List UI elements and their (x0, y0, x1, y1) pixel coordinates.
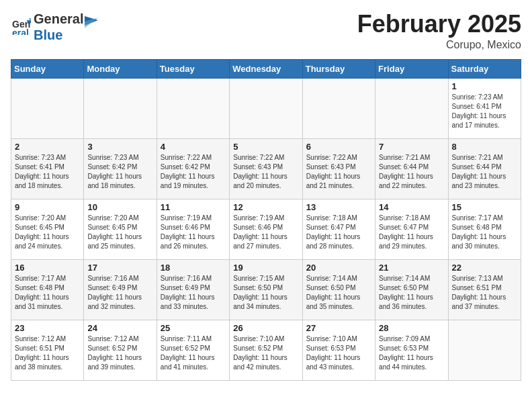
day-number: 19 (233, 263, 298, 273)
logo-flag-icon (83, 15, 98, 36)
day-number: 24 (87, 323, 152, 333)
weekday-header-thursday: Thursday (302, 59, 375, 78)
calendar-day-7: 7Sunrise: 7:21 AMSunset: 6:44 PMDaylight… (375, 138, 448, 199)
day-info: Sunrise: 7:10 AMSunset: 6:53 PMDaylight:… (306, 334, 371, 372)
title-block: February 2025 Corupo, Mexico (357, 11, 521, 51)
logo: Gen eral General Blue (11, 11, 98, 43)
calendar-day-4: 4Sunrise: 7:22 AMSunset: 6:42 PMDaylight… (157, 138, 229, 199)
calendar-week-row: 2Sunrise: 7:23 AMSunset: 6:41 PMDaylight… (11, 138, 521, 199)
calendar-day-20: 20Sunrise: 7:14 AMSunset: 6:50 PMDayligh… (302, 259, 375, 320)
day-info: Sunrise: 7:19 AMSunset: 6:46 PMDaylight:… (233, 214, 298, 251)
day-number: 27 (306, 323, 371, 333)
day-number: 16 (15, 263, 80, 273)
day-info: Sunrise: 7:23 AMSunset: 6:41 PMDaylight:… (452, 93, 517, 130)
logo-general: General (34, 11, 83, 27)
day-info: Sunrise: 7:18 AMSunset: 6:47 PMDaylight:… (306, 214, 371, 251)
day-number: 14 (379, 202, 444, 212)
calendar-table: SundayMondayTuesdayWednesdayThursdayFrid… (11, 59, 521, 381)
calendar-week-row: 1Sunrise: 7:23 AMSunset: 6:41 PMDaylight… (11, 78, 521, 138)
day-info: Sunrise: 7:21 AMSunset: 6:44 PMDaylight:… (452, 153, 517, 191)
day-info: Sunrise: 7:13 AMSunset: 6:51 PMDaylight:… (452, 274, 517, 312)
calendar-day-13: 13Sunrise: 7:18 AMSunset: 6:47 PMDayligh… (302, 199, 375, 259)
calendar-day-24: 24Sunrise: 7:12 AMSunset: 6:52 PMDayligh… (84, 320, 157, 380)
day-info: Sunrise: 7:20 AMSunset: 6:45 PMDaylight:… (15, 214, 80, 251)
day-number: 3 (87, 142, 152, 152)
day-number: 9 (15, 202, 80, 212)
day-info: Sunrise: 7:12 AMSunset: 6:52 PMDaylight:… (87, 334, 152, 372)
day-number: 1 (452, 81, 517, 91)
calendar-day-26: 26Sunrise: 7:10 AMSunset: 6:52 PMDayligh… (230, 320, 302, 380)
day-number: 17 (87, 263, 152, 273)
weekday-header-friday: Friday (375, 59, 448, 78)
day-number: 7 (379, 142, 444, 152)
day-number: 13 (306, 202, 371, 212)
day-number: 21 (379, 263, 444, 273)
calendar-day-2: 2Sunrise: 7:23 AMSunset: 6:41 PMDaylight… (11, 138, 84, 199)
day-number: 22 (452, 263, 517, 273)
weekday-header-saturday: Saturday (448, 59, 521, 78)
day-number: 26 (233, 323, 298, 333)
day-info: Sunrise: 7:20 AMSunset: 6:45 PMDaylight:… (87, 214, 152, 251)
day-info: Sunrise: 7:17 AMSunset: 6:48 PMDaylight:… (15, 274, 80, 312)
day-info: Sunrise: 7:22 AMSunset: 6:42 PMDaylight:… (161, 153, 226, 191)
day-info: Sunrise: 7:23 AMSunset: 6:42 PMDaylight:… (87, 153, 152, 191)
calendar-day-22: 22Sunrise: 7:13 AMSunset: 6:51 PMDayligh… (448, 259, 521, 320)
day-info: Sunrise: 7:23 AMSunset: 6:41 PMDaylight:… (15, 153, 80, 191)
day-info: Sunrise: 7:11 AMSunset: 6:52 PMDaylight:… (161, 334, 226, 372)
day-number: 28 (379, 323, 444, 333)
day-info: Sunrise: 7:09 AMSunset: 6:53 PMDaylight:… (379, 334, 444, 372)
calendar-day-12: 12Sunrise: 7:19 AMSunset: 6:46 PMDayligh… (230, 199, 302, 259)
calendar-empty-cell (302, 78, 375, 138)
calendar-week-row: 9Sunrise: 7:20 AMSunset: 6:45 PMDaylight… (11, 199, 521, 259)
day-info: Sunrise: 7:19 AMSunset: 6:46 PMDaylight:… (161, 214, 226, 251)
day-number: 8 (452, 142, 517, 152)
calendar-day-28: 28Sunrise: 7:09 AMSunset: 6:53 PMDayligh… (375, 320, 448, 380)
calendar-day-19: 19Sunrise: 7:15 AMSunset: 6:50 PMDayligh… (230, 259, 302, 320)
calendar-week-row: 23Sunrise: 7:12 AMSunset: 6:51 PMDayligh… (11, 320, 521, 380)
day-number: 2 (15, 142, 80, 152)
day-info: Sunrise: 7:12 AMSunset: 6:51 PMDaylight:… (15, 334, 80, 372)
month-year-title: February 2025 (357, 11, 521, 38)
day-number: 25 (161, 323, 226, 333)
calendar-day-5: 5Sunrise: 7:22 AMSunset: 6:43 PMDaylight… (230, 138, 302, 199)
day-info: Sunrise: 7:16 AMSunset: 6:49 PMDaylight:… (87, 274, 152, 312)
day-info: Sunrise: 7:22 AMSunset: 6:43 PMDaylight:… (306, 153, 371, 191)
calendar-empty-cell (11, 78, 84, 138)
calendar-day-23: 23Sunrise: 7:12 AMSunset: 6:51 PMDayligh… (11, 320, 84, 380)
day-number: 20 (306, 263, 371, 273)
calendar-day-27: 27Sunrise: 7:10 AMSunset: 6:53 PMDayligh… (302, 320, 375, 380)
calendar-day-17: 17Sunrise: 7:16 AMSunset: 6:49 PMDayligh… (84, 259, 157, 320)
calendar-empty-cell (157, 78, 229, 138)
svg-text:eral: eral (12, 28, 29, 35)
weekday-header-sunday: Sunday (11, 59, 84, 78)
day-number: 11 (161, 202, 226, 212)
day-info: Sunrise: 7:16 AMSunset: 6:49 PMDaylight:… (161, 274, 226, 312)
day-info: Sunrise: 7:21 AMSunset: 6:44 PMDaylight:… (379, 153, 444, 191)
weekday-header-wednesday: Wednesday (230, 59, 302, 78)
day-info: Sunrise: 7:18 AMSunset: 6:47 PMDaylight:… (379, 214, 444, 251)
day-number: 12 (233, 202, 298, 212)
calendar-day-3: 3Sunrise: 7:23 AMSunset: 6:42 PMDaylight… (84, 138, 157, 199)
location-subtitle: Corupo, Mexico (357, 39, 521, 51)
calendar-day-8: 8Sunrise: 7:21 AMSunset: 6:44 PMDaylight… (448, 138, 521, 199)
calendar-day-16: 16Sunrise: 7:17 AMSunset: 6:48 PMDayligh… (11, 259, 84, 320)
calendar-day-25: 25Sunrise: 7:11 AMSunset: 6:52 PMDayligh… (157, 320, 229, 380)
calendar-empty-cell (230, 78, 302, 138)
day-number: 18 (161, 263, 226, 273)
day-number: 5 (233, 142, 298, 152)
calendar-day-9: 9Sunrise: 7:20 AMSunset: 6:45 PMDaylight… (11, 199, 84, 259)
calendar-day-21: 21Sunrise: 7:14 AMSunset: 6:50 PMDayligh… (375, 259, 448, 320)
calendar-empty-cell (84, 78, 157, 138)
calendar-day-11: 11Sunrise: 7:19 AMSunset: 6:46 PMDayligh… (157, 199, 229, 259)
day-info: Sunrise: 7:10 AMSunset: 6:52 PMDaylight:… (233, 334, 298, 372)
day-info: Sunrise: 7:14 AMSunset: 6:50 PMDaylight:… (379, 274, 444, 312)
day-number: 6 (306, 142, 371, 152)
weekday-header-monday: Monday (84, 59, 157, 78)
page-header: Gen eral General Blue February 2025 Coru… (11, 11, 521, 51)
day-info: Sunrise: 7:22 AMSunset: 6:43 PMDaylight:… (233, 153, 298, 191)
day-number: 23 (15, 323, 80, 333)
weekday-header-row: SundayMondayTuesdayWednesdayThursdayFrid… (11, 59, 521, 78)
weekday-header-tuesday: Tuesday (157, 59, 229, 78)
calendar-day-14: 14Sunrise: 7:18 AMSunset: 6:47 PMDayligh… (375, 199, 448, 259)
calendar-day-6: 6Sunrise: 7:22 AMSunset: 6:43 PMDaylight… (302, 138, 375, 199)
